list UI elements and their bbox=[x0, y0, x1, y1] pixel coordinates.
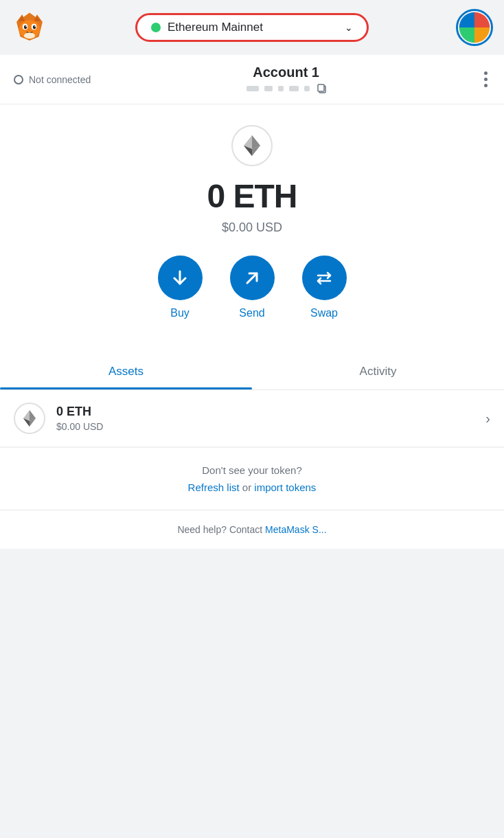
buy-button[interactable]: Buy bbox=[158, 256, 203, 319]
network-name: Ethereum Mainnet bbox=[168, 21, 338, 34]
not-connected-icon bbox=[14, 75, 23, 84]
not-connected-label: Not connected bbox=[29, 74, 91, 85]
footer-hint: Need help? Contact MetaMask S... bbox=[0, 510, 504, 549]
send-button-icon-circle bbox=[230, 256, 275, 300]
balance-eth: 0 ETH bbox=[207, 177, 297, 215]
main-content: 0 ETH $0.00 USD Buy bbox=[0, 104, 504, 549]
token-separator: or bbox=[242, 482, 255, 493]
buy-button-label: Buy bbox=[170, 307, 190, 319]
footer-text: Need help? Contact MetaMask S... bbox=[14, 524, 490, 535]
eth-logo bbox=[231, 125, 273, 166]
swap-button-label: Swap bbox=[310, 307, 338, 319]
token-prompt: Don't see your token? bbox=[14, 464, 490, 476]
account-bar: Not connected Account 1 bbox=[0, 55, 504, 104]
asset-eth-icon bbox=[14, 403, 45, 434]
action-buttons: Buy Send bbox=[158, 256, 347, 319]
tabs: Assets Activity bbox=[0, 354, 504, 390]
svg-point-11 bbox=[25, 26, 27, 27]
address-segment-2 bbox=[264, 86, 273, 91]
account-info: Account 1 bbox=[245, 65, 328, 94]
address-segment-1 bbox=[247, 86, 259, 91]
swap-button-icon-circle bbox=[302, 256, 347, 300]
copy-icon[interactable] bbox=[317, 83, 328, 94]
metamask-logo bbox=[11, 9, 48, 46]
send-button[interactable]: Send bbox=[230, 256, 275, 319]
asset-eth-usd: $0.00 USD bbox=[56, 421, 485, 432]
app-header: Ethereum Mainnet ⌄ bbox=[0, 0, 504, 55]
swap-button[interactable]: Swap bbox=[302, 256, 347, 319]
address-segment-3 bbox=[278, 86, 284, 91]
asset-details: 0 ETH $0.00 USD bbox=[56, 405, 485, 432]
asset-item-eth[interactable]: 0 ETH $0.00 USD › bbox=[0, 390, 504, 447]
metamask-support-link[interactable]: MetaMask S... bbox=[265, 524, 326, 535]
import-tokens-link[interactable]: import tokens bbox=[254, 482, 316, 493]
token-refresh-links: Refresh list or import tokens bbox=[14, 482, 490, 493]
address-segment-5 bbox=[304, 86, 310, 91]
refresh-list-link[interactable]: Refresh list bbox=[188, 482, 240, 493]
asset-chevron-icon: › bbox=[485, 411, 490, 427]
asset-list: 0 ETH $0.00 USD › bbox=[0, 390, 504, 447]
balance-section: 0 ETH $0.00 USD Buy bbox=[0, 104, 504, 354]
footer-help-text: Need help? Contact bbox=[177, 524, 265, 535]
tab-assets[interactable]: Assets bbox=[0, 354, 252, 389]
svg-point-14 bbox=[24, 33, 35, 39]
buy-button-icon-circle bbox=[158, 256, 203, 300]
account-options-button[interactable] bbox=[481, 69, 490, 90]
svg-rect-17 bbox=[318, 84, 324, 91]
asset-eth-balance: 0 ETH bbox=[56, 405, 485, 419]
svg-point-12 bbox=[34, 26, 36, 27]
svg-point-9 bbox=[24, 25, 27, 29]
balance-usd: $0.00 USD bbox=[222, 220, 282, 235]
account-name: Account 1 bbox=[245, 65, 328, 80]
svg-point-10 bbox=[33, 25, 36, 29]
token-refresh-section: Don't see your token? Refresh list or im… bbox=[0, 447, 504, 510]
account-address[interactable] bbox=[245, 83, 328, 94]
address-segment-4 bbox=[289, 86, 299, 91]
tab-activity[interactable]: Activity bbox=[252, 354, 504, 389]
network-selector[interactable]: Ethereum Mainnet ⌄ bbox=[135, 13, 369, 42]
svg-line-23 bbox=[247, 273, 257, 283]
chevron-down-icon: ⌄ bbox=[345, 22, 353, 33]
connection-status: Not connected bbox=[14, 74, 91, 85]
avatar[interactable] bbox=[456, 9, 493, 46]
send-button-label: Send bbox=[239, 307, 264, 319]
network-status-dot bbox=[151, 23, 161, 32]
